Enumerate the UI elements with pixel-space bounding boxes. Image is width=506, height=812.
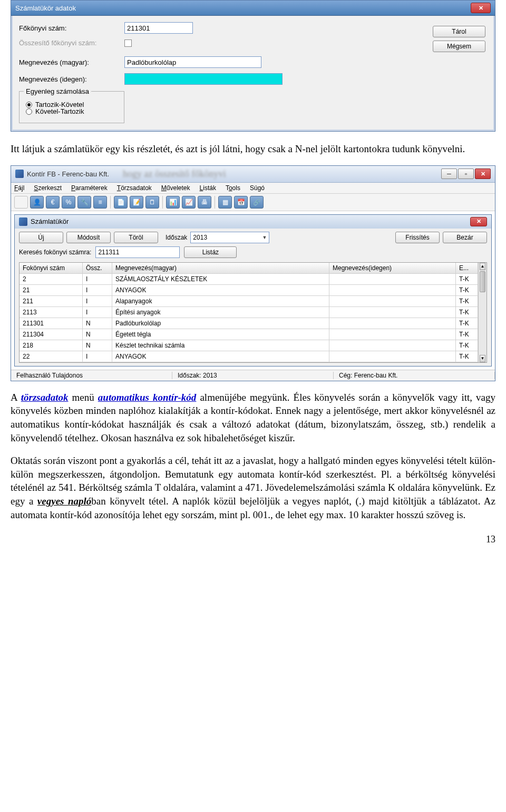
table-row[interactable]: 2113IÉpítési anyagokT-K [20, 307, 478, 318]
search-label: Keresés fokönyvi számra: [19, 249, 91, 256]
dialog-title: Számlatükör adatok [15, 4, 76, 12]
tool-doc2-icon[interactable]: 📝 [130, 196, 143, 209]
app-window-kontir: Kontír FB - Ferenc-bau Kft. hogy az össz… [11, 165, 495, 381]
toolbar: 👤 € % 🔧 ≡ 📄 📝 🗒 📊 📈 🖶 ▦ 📅 🔗 [11, 194, 495, 211]
menu-fajl[interactable]: Fájl [14, 184, 24, 192]
tool-blank[interactable] [14, 196, 28, 209]
menu-muveletek[interactable]: Műveletek [161, 184, 190, 192]
menu-szerkeszt[interactable]: Szerkeszt [34, 184, 62, 192]
paragraph-2: A törzsadatok menü automatikus kontír-kó… [11, 391, 495, 445]
table-row[interactable]: 211301NPadlóburkolólapT-K [20, 318, 478, 329]
close-icon[interactable]: ✕ [471, 3, 491, 13]
input-megnev-hu[interactable] [124, 56, 261, 68]
list-button[interactable]: Listáz [184, 246, 237, 258]
data-grid: Fokönyvi szám Össz. Megnevezés(magyar) M… [19, 262, 487, 363]
label-megnev-hu: Megnevezés (magyar): [19, 58, 124, 66]
emph-vegyes-naplo: vegyes napló [37, 496, 91, 507]
blurred-text: hogy az összesítő főkönyvi [123, 169, 226, 180]
status-period: Időszak: 2013 [172, 372, 334, 379]
tool-chart-icon[interactable]: 📊 [166, 196, 180, 209]
tool-report-icon[interactable]: 📈 [182, 196, 196, 209]
close-icon[interactable]: ✕ [475, 169, 491, 179]
tool-user-icon[interactable]: 👤 [30, 196, 44, 209]
tool-grid-icon[interactable]: ▦ [218, 196, 232, 209]
period-label: Időszak [166, 234, 187, 241]
delete-button[interactable]: Töröl [114, 232, 158, 243]
tool-date-icon[interactable]: 📅 [234, 196, 248, 209]
store-button[interactable]: Tárol [433, 26, 485, 37]
modify-button[interactable]: Módosít [66, 232, 111, 243]
table-row[interactable]: 2ISZÁMLAOSZTÁLY KÉSZLETEKT-K [20, 274, 478, 285]
paragraph-3: Oktatás során viszont pont a gyakorlás a… [11, 454, 495, 521]
cancel-button[interactable]: Mégsem [433, 41, 485, 52]
close-button[interactable]: Bezár [443, 232, 487, 243]
tool-percent-icon[interactable]: % [62, 196, 75, 209]
status-company: Cég: Ferenc-bau Kft. [334, 372, 495, 379]
period-combo[interactable]: 2013 ▼ [190, 232, 269, 243]
link-torzsadatok: törzsadatok [21, 392, 69, 403]
link-auto-kontir: automatikus kontír-kód [98, 392, 197, 403]
child-window-szamlatukor: Számlatükör ✕ Új Módosít Töröl Időszak 2… [14, 214, 492, 367]
fieldset-legend: Egyenleg számolása [24, 87, 91, 95]
refresh-button[interactable]: Frissítés [395, 232, 440, 243]
search-input[interactable] [95, 246, 180, 258]
tool-list-icon[interactable]: ≡ [93, 196, 107, 209]
menu-sugo[interactable]: Súgó [250, 184, 265, 192]
label-fokonyvi: Főkönyvi szám: [19, 24, 124, 32]
table-row[interactable]: 218NKészlet technikai számlaT-K [20, 340, 478, 351]
new-button[interactable]: Új [19, 232, 63, 243]
chevron-down-icon: ▼ [262, 235, 267, 240]
scroll-down-icon[interactable]: ▼ [480, 355, 485, 362]
menu-listak[interactable]: Listák [200, 184, 216, 192]
paragraph-1: Itt látjuk a számlatükör egy kis részlet… [11, 142, 495, 156]
minimize-icon[interactable]: ─ [441, 169, 457, 179]
grid-scrollbar[interactable]: ▲ ▼ [478, 263, 486, 362]
statusbar: Felhasználó Tulajdonos Időszak: 2013 Cég… [11, 370, 495, 381]
fieldset-egyenleg: Egyenleg számolása Tartozik-Követel Köve… [19, 91, 124, 123]
tool-doc1-icon[interactable]: 📄 [114, 196, 128, 209]
label-megnev-idegen: Megnevezés (idegen): [19, 75, 124, 83]
table-row[interactable]: 211304NÉgetett téglaT-K [20, 329, 478, 340]
child-titlebar[interactable]: Számlatükör ✕ [15, 215, 491, 229]
menu-torzsadatok[interactable]: Törzsadatok [117, 184, 152, 192]
child-title: Számlatükör [31, 217, 69, 225]
dialog-szamlatukor-adatok: Számlatükör adatok ✕ Főkönyvi szám: Össz… [11, 0, 495, 132]
dialog-titlebar[interactable]: Számlatükör adatok ✕ [11, 1, 495, 16]
tool-calc-icon[interactable]: 🗒 [145, 196, 159, 209]
app-title: Kontír FB - Ferenc-bau Kft. [27, 170, 109, 178]
tool-print-icon[interactable]: 🖶 [198, 196, 211, 209]
page-number: 13 [11, 534, 495, 545]
input-megnev-idegen[interactable] [124, 73, 283, 85]
child-close-icon[interactable]: ✕ [470, 217, 487, 226]
radio-kovetel-tartozik[interactable]: Követel-Tartozik [26, 107, 118, 115]
scroll-thumb[interactable] [480, 271, 485, 292]
table-row[interactable]: 211IAlapanyagokT-K [20, 296, 478, 307]
menu-parameterek[interactable]: Paraméterek [71, 184, 108, 192]
input-fokonyvi[interactable] [124, 22, 193, 34]
tool-link-icon[interactable]: 🔗 [250, 196, 264, 209]
checkbox-osszesito[interactable] [124, 39, 132, 47]
child-icon [19, 217, 27, 226]
app-icon [15, 170, 24, 178]
maximize-icon[interactable]: ▫ [458, 169, 474, 179]
menubar: Fájl Szerkeszt Paraméterek Törzsadatok M… [11, 183, 495, 194]
tool-wrench-icon[interactable]: 🔧 [77, 196, 91, 209]
status-user: Felhasználó Tulajdonos [11, 372, 172, 379]
menu-tools[interactable]: Tools [226, 184, 240, 192]
tool-currency-icon[interactable]: € [46, 196, 60, 209]
label-osszesito: Összesítő főkönyvi szám: [19, 39, 124, 47]
table-row[interactable]: 21IANYAGOKT-K [20, 285, 478, 296]
table-row[interactable]: 22IANYAGOKT-K [20, 351, 478, 362]
app-titlebar[interactable]: Kontír FB - Ferenc-bau Kft. hogy az össz… [11, 166, 495, 183]
scroll-up-icon[interactable]: ▲ [480, 263, 485, 270]
grid-header[interactable]: Fokönyvi szám Össz. Megnevezés(magyar) M… [20, 263, 478, 274]
